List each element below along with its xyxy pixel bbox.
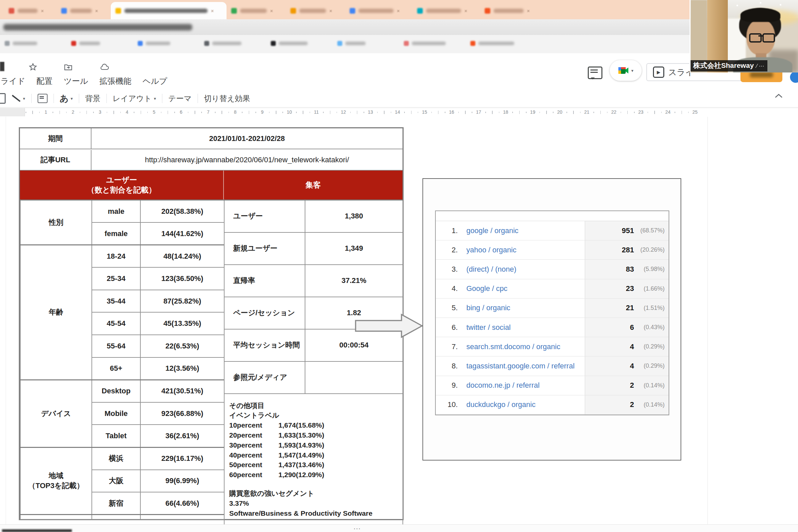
source-medium-link[interactable]: Google / cpc: [458, 284, 585, 293]
tab-close-icon[interactable]: ×: [464, 8, 467, 14]
source-medium-link[interactable]: yahoo / organic: [458, 246, 585, 254]
ruler-tick: [80, 112, 80, 113]
tab-close-icon[interactable]: ×: [397, 8, 400, 14]
tab-favicon-icon: [8, 8, 14, 14]
bookmark-title-blurred: [279, 41, 308, 45]
source-medium-link[interactable]: google / organic: [458, 226, 585, 235]
menu-ツール[interactable]: ツール: [64, 76, 88, 86]
tab-close-icon[interactable]: ×: [329, 8, 332, 14]
browser-tab[interactable]: ×: [480, 2, 542, 19]
text-tool-button[interactable]: あ▾: [60, 93, 73, 104]
collapse-toolbar-chevron-icon[interactable]: [774, 93, 784, 99]
source-medium-link[interactable]: (direct) / (none): [458, 265, 585, 274]
play-icon: ▶: [653, 66, 664, 78]
browser-tab[interactable]: ×: [4, 2, 57, 19]
menu-拡張機能[interactable]: 拡張機能: [99, 76, 131, 86]
bookmark-item[interactable]: [404, 41, 446, 46]
ruler-tick: [458, 112, 459, 113]
table-row: デバイスDesktop421(30.51%): [20, 380, 224, 402]
table-cell: 87(25.82%): [141, 290, 224, 312]
sessions-value: 6: [613, 323, 634, 332]
source-medium-link[interactable]: docomo.ne.jp / referral: [458, 381, 585, 390]
row-value-cell: 4(0.29%): [585, 357, 669, 375]
source-medium-link[interactable]: bing / organic: [458, 304, 585, 312]
bookmark-item[interactable]: [138, 41, 170, 46]
layout-button[interactable]: レイアウト▾: [113, 93, 156, 104]
source-medium-row: 5.bing / organic21(1.51%): [436, 299, 669, 318]
open-comments-icon[interactable]: [588, 66, 602, 79]
theme-button[interactable]: テーマ: [168, 93, 191, 104]
ruler-number: 12: [341, 109, 346, 115]
row-rank: 6.: [436, 323, 458, 332]
metric-label: 直帰率: [224, 265, 305, 297]
ruler-number: 20: [557, 109, 562, 115]
browser-tab[interactable]: ×: [286, 2, 345, 19]
bookmark-favicon-icon: [71, 41, 76, 46]
ruler-tick: [113, 111, 114, 114]
metric-label: 平均セッション時間: [224, 329, 305, 361]
menu-bar: ライド配置ツール拡張機能ヘルプ: [1, 76, 167, 86]
source-medium-link[interactable]: duckduckgo / organic: [458, 400, 585, 409]
sessions-percent: (0.14%): [634, 382, 665, 389]
transition-button[interactable]: 切り替え効果: [204, 93, 250, 104]
notes-resize-handle[interactable]: ⋯: [353, 524, 361, 532]
tab-close-icon[interactable]: ×: [41, 8, 44, 14]
bookmark-item[interactable]: [71, 41, 100, 46]
source-medium-link[interactable]: search.smt.docomo / organic: [458, 342, 585, 351]
table-cell: 12(3.56%): [141, 358, 224, 380]
menu-ヘルプ[interactable]: ヘルプ: [143, 76, 167, 86]
shape-tool-icon-fragment[interactable]: [0, 93, 6, 104]
background-button[interactable]: 背景: [85, 93, 100, 104]
metric-label: 参照元/メディア: [224, 361, 305, 394]
ruler-tick: [120, 112, 121, 113]
line-tool-button[interactable]: ▾: [12, 94, 25, 103]
ruler-tick: [201, 112, 202, 113]
ruler-tick: [648, 112, 648, 113]
source-medium-row: 6.twitter / social6(0.43%): [436, 318, 669, 337]
bookmark-item[interactable]: [337, 41, 366, 46]
tab-close-icon[interactable]: ×: [527, 8, 530, 14]
ruler-tick: [249, 111, 249, 114]
move-folder-icon[interactable]: [63, 62, 73, 72]
chevron-down-icon: ▾: [71, 96, 73, 101]
ruler-tick: [492, 111, 493, 114]
bookmark-item[interactable]: [5, 41, 37, 46]
source-medium-list: 1.google / organic951(68.57%)2.yahoo / o…: [435, 210, 669, 415]
ruler-tick: [215, 112, 216, 113]
ruler-tick: [66, 112, 67, 113]
tab-close-icon[interactable]: ×: [270, 8, 273, 14]
table-row: ユーザー1,380: [224, 200, 403, 232]
ruler-tick: [310, 112, 310, 113]
ruler-tick: [350, 112, 351, 113]
row-rank: 9.: [436, 381, 458, 390]
ruler-number: 15: [422, 109, 427, 115]
bookmark-item[interactable]: [271, 41, 308, 46]
browser-tab[interactable]: ×: [345, 2, 412, 19]
browser-tab[interactable]: ×: [111, 2, 226, 19]
menu-ライド[interactable]: ライド: [1, 76, 25, 86]
bookmark-title-blurred: [345, 41, 366, 45]
menu-配置[interactable]: 配置: [37, 76, 53, 86]
source-medium-link[interactable]: twitter / social: [458, 323, 585, 332]
table-cell: 99(6.99%): [141, 470, 224, 492]
browser-tab[interactable]: ×: [226, 2, 286, 19]
table-cell: 横浜: [92, 447, 141, 470]
analytics-report-table: 期間 2021/01/01-2021/02/28 記事URL http://sh…: [19, 127, 404, 520]
tab-close-icon[interactable]: ×: [95, 8, 98, 14]
tab-close-icon[interactable]: ×: [211, 8, 214, 14]
browser-tab[interactable]: ×: [412, 2, 480, 19]
ruler-tick: [377, 112, 378, 113]
browser-tab[interactable]: ×: [57, 2, 111, 19]
cloud-status-icon[interactable]: [100, 62, 110, 72]
source-medium-link[interactable]: tagassistant.google.com / referral: [458, 362, 585, 370]
ruler-tick: [580, 112, 581, 113]
comment-tool-button[interactable]: [38, 94, 48, 103]
table-cell: 18-24: [92, 245, 141, 268]
bookmark-item[interactable]: [204, 41, 241, 46]
table-row: その他項目イベントラベル10percent1,674(15.68%)20perc…: [224, 394, 403, 532]
star-icon[interactable]: [28, 62, 38, 72]
metric-label: ユーザー: [224, 200, 305, 232]
bookmark-item[interactable]: [470, 41, 514, 46]
meet-button[interactable]: ▾: [610, 60, 642, 81]
bookmark-title-blurred: [13, 41, 37, 45]
